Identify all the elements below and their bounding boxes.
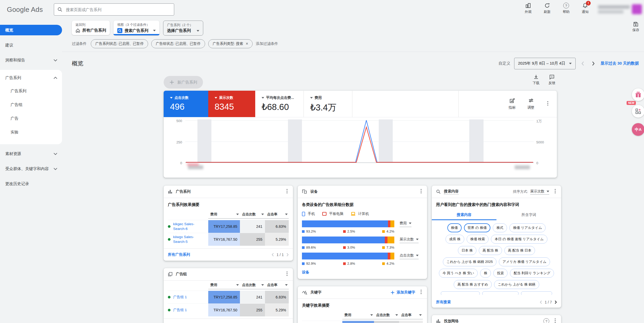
download-button[interactable]: 下载 [533, 74, 539, 85]
date-range-picker[interactable]: 2025年 9月 8日 – 10月 4日 [514, 58, 576, 69]
card-menu-kebab-icon[interactable] [419, 288, 423, 296]
search-term-chip[interactable]: 成長 株 [446, 235, 464, 244]
search-term-chip[interactable]: 高 配当 株 [479, 246, 502, 255]
scorecard-clicks[interactable]: 点击次数 496 [164, 91, 208, 117]
search-term-chip[interactable]: 配当 利回り ランキング [510, 269, 554, 278]
filter-chip-campaign-type[interactable]: 广告系列类型: 搜索 × [208, 39, 253, 48]
help-icon[interactable]: ? [543, 318, 549, 323]
sidebar-item-change-history[interactable]: 更改历史记录 [0, 179, 62, 189]
ad-group-link[interactable]: 广告组 1 [173, 308, 187, 312]
view-selector[interactable]: 视图（3 个过滤条件） 搜索广告系列 [113, 21, 159, 35]
sidebar-item-assets[interactable]: 素材资源 [0, 148, 62, 159]
sort-ctr[interactable]: 点击率 [265, 212, 289, 219]
refresh-button[interactable]: 刷新 [541, 3, 553, 14]
device-metric-selector[interactable]: 点击次数 [400, 253, 419, 259]
show-last-30-days-link[interactable]: 显示过去 30 天的数据 [600, 61, 639, 66]
chart-menu-kebab-icon[interactable] [546, 100, 550, 108]
page-next-icon[interactable] [555, 300, 557, 304]
save-button[interactable]: 保存 [632, 22, 639, 32]
gift-widget-button[interactable] [632, 88, 644, 101]
add-filter-button[interactable]: 添加过滤条件 [256, 41, 278, 46]
filter-chip-campaign-status[interactable]: 广告系列状态: 已启用、已暂停 [91, 39, 148, 48]
extension-widget-button[interactable] [632, 105, 644, 118]
grid-column-2: 设备 各类设备的广告效果细分数据 手机 平板电脑 [298, 186, 427, 323]
translate-widget-button[interactable]: 中A [632, 123, 644, 136]
device-bar-clicks: 92.9% 2.8% 4.2% 点击次数 [298, 249, 427, 266]
scorecard-impressions[interactable]: 展示次数 8345 [208, 91, 255, 117]
campaign-link[interactable]: kiiwgx Sales-Search-5 [173, 235, 206, 244]
search-term-chip[interactable]: 世界 の 株価 [464, 223, 491, 232]
global-search[interactable] [54, 3, 174, 16]
chart-plot [185, 117, 534, 170]
sort-ctr[interactable]: 点击率 [399, 313, 423, 319]
add-keyword-button[interactable]: 添加关键字 [391, 290, 415, 295]
sort-clicks[interactable]: 点击次数 [240, 283, 265, 289]
page-next-icon[interactable] [286, 253, 289, 257]
card-menu-kebab-icon[interactable] [553, 188, 557, 196]
search-term-chip[interactable]: 株価 [447, 223, 462, 232]
all-searches-link[interactable]: 所有搜索 [436, 300, 451, 305]
previous-period-button[interactable] [579, 60, 586, 67]
search-term-chip[interactable]: 今 買う べき 株 安い [439, 269, 478, 278]
sidebar-item-audiences[interactable]: 受众群体、关键字和内容 [0, 163, 62, 174]
device-metric-selector[interactable]: 费用 [400, 221, 411, 227]
search-term-chip[interactable]: 日本 株 [458, 246, 477, 255]
appearance-button[interactable]: 外观 [522, 3, 534, 14]
search-term-chip[interactable]: 株価 リアルタイム [509, 223, 546, 232]
campaign-selector[interactable]: 广告系列（2 个） 选择广告系列 [163, 21, 203, 36]
search-term-chip[interactable]: 高 配当 株 日本 [504, 246, 535, 255]
device-metric-selector[interactable]: 展示次数 [400, 237, 419, 243]
sort-clicks[interactable]: 点击次数 [374, 313, 399, 319]
card-menu-kebab-icon[interactable] [553, 317, 557, 323]
sidebar-item-experiments[interactable]: 实验 [0, 127, 62, 137]
sort-cost[interactable]: 费用 [208, 283, 240, 289]
search-term-chip[interactable]: 株 [480, 269, 491, 278]
notifications-button[interactable]: ! 通知 [579, 3, 591, 14]
sidebar-item-campaigns-group[interactable]: 广告系列 [0, 73, 62, 83]
card-menu-kebab-icon[interactable] [285, 188, 289, 196]
sidebar-item-ads[interactable]: 广告 [0, 113, 62, 124]
sidebar-item-ad-groups[interactable]: 广告组 [0, 99, 62, 110]
ad-group-link[interactable]: 广告组 1 [173, 295, 187, 300]
sort-clicks[interactable]: 点击次数 [240, 212, 265, 219]
page-prev-icon[interactable] [272, 253, 274, 257]
tab-search-terms[interactable]: 搜索内容 [432, 210, 496, 220]
metrics-button[interactable]: 指标 [509, 98, 516, 110]
search-term-chip[interactable]: 本日 の 株価 速報 リアルタイム [491, 235, 547, 244]
sidebar-item-campaigns[interactable]: 广告系列 [0, 86, 62, 96]
card-menu-kebab-icon[interactable] [419, 188, 423, 196]
search-term-chip[interactable]: 投資 [493, 269, 508, 278]
search-term-chip[interactable]: これから 上がる 株 銘柄 [494, 280, 539, 289]
sidebar-item-insights[interactable]: 洞察和报告 [0, 55, 62, 65]
scorecard-avg-cpc[interactable]: 平均每次点击费... ₺68.60 [255, 91, 304, 117]
devices-link[interactable]: 设备 [302, 270, 309, 274]
search-term-chip[interactable]: 株式 [493, 223, 507, 232]
account-info-redacted[interactable] [598, 4, 642, 14]
sort-ctr[interactable]: 点击率 [265, 283, 289, 289]
card-menu-kebab-icon[interactable] [285, 270, 289, 278]
sidebar-item-overview[interactable]: 概览 [0, 25, 62, 35]
adjust-button[interactable]: 调整 [527, 98, 534, 110]
time-series-chart[interactable]: 500 250 0 1万 5000 0 [164, 117, 557, 177]
next-period-button[interactable] [590, 60, 597, 67]
sidebar-item-suggestions[interactable]: 建议 [0, 40, 62, 50]
search-term-chip[interactable]: アメリカ 株価 リアルタイム [499, 257, 550, 266]
page-prev-icon[interactable] [540, 300, 542, 304]
search-term-chip[interactable]: 高 配当 株 おすすめ [454, 280, 492, 289]
feedback-button[interactable]: 反馈 [548, 74, 555, 85]
scorecard-cost[interactable]: 费用 ₺3.4万 [304, 91, 352, 117]
search-input[interactable] [65, 7, 171, 12]
remove-filter-icon[interactable]: × [246, 42, 248, 46]
search-term-chip[interactable]: 株価 検索 [467, 235, 489, 244]
tab-included-words[interactable]: 所含字词 [496, 210, 561, 220]
filter-chip-adgroup-status[interactable]: 广告组状态: 已启用、已暂停 [151, 39, 205, 48]
sort-cost[interactable]: 费用 [208, 212, 240, 219]
campaign-link[interactable]: kikgec Sales-Search-6 [173, 222, 206, 231]
help-button[interactable]: ? 帮助 [560, 3, 572, 14]
search-term-chip[interactable]: これから 上がる 株 銘柄 2025 [443, 257, 496, 266]
new-campaign-button[interactable]: 新广告系列 [164, 76, 203, 89]
sort-cost[interactable]: 费用 [342, 313, 374, 319]
all-campaigns-link[interactable]: 所有广告系列 [168, 252, 190, 257]
back-to-all-campaigns-button[interactable]: 返回到 所有广告系列 [72, 21, 110, 35]
sort-by-selector[interactable]: 展示次数 [530, 189, 549, 195]
